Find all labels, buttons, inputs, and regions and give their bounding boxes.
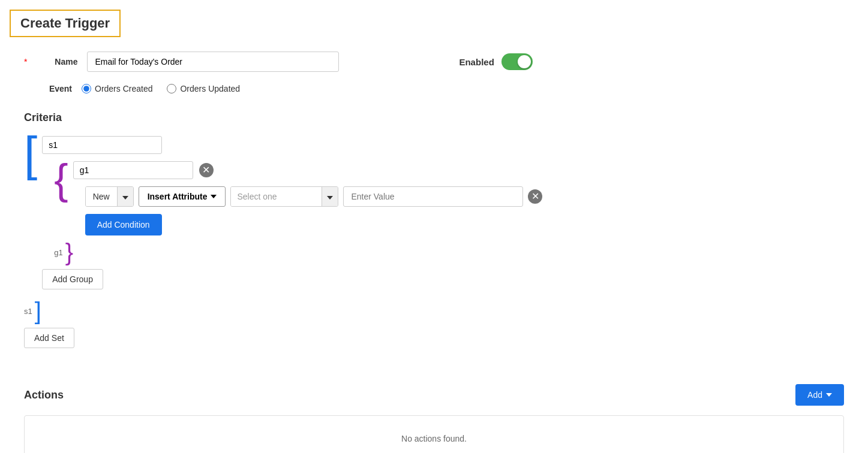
enter-value-input[interactable]	[343, 186, 523, 207]
add-condition-button[interactable]: Add Condition	[85, 214, 162, 235]
group-bracket-right: }	[65, 240, 73, 264]
add-set-button[interactable]: Add Set	[24, 328, 74, 348]
name-required-star: *	[24, 57, 27, 67]
condition-row: New Insert Attribute Select one	[85, 186, 844, 207]
group-name-input[interactable]	[73, 161, 193, 179]
chevron-down-icon	[826, 393, 832, 397]
add-action-label: Add	[807, 390, 822, 400]
add-group-button[interactable]: Add Group	[42, 269, 103, 289]
set-closing: s1 ]	[24, 299, 844, 323]
set-content: { ✕ New	[42, 136, 844, 299]
chevron-down-icon	[211, 195, 217, 198]
group-bracket-left: {	[54, 158, 68, 200]
set-bracket-right: ]	[35, 299, 41, 323]
set-name-input[interactable]	[42, 136, 162, 154]
select-one-text: Select one	[231, 187, 322, 206]
condition-close-button[interactable]: ✕	[528, 189, 542, 204]
condition-type-text: New	[86, 187, 117, 206]
radio-orders-created-input[interactable]	[82, 84, 91, 93]
insert-attribute-label: Insert Attribute	[148, 192, 208, 201]
insert-attribute-button[interactable]: Insert Attribute	[139, 186, 226, 207]
add-action-button[interactable]: Add	[795, 384, 844, 406]
radio-orders-created[interactable]: Orders Created	[82, 84, 152, 93]
event-label: Event	[24, 84, 72, 93]
group-content: ✕ New Insert Attribute	[73, 161, 844, 240]
set-close-label: s1	[24, 307, 32, 316]
name-input[interactable]	[87, 52, 339, 72]
no-actions-found: No actions found.	[24, 415, 844, 453]
chevron-down-icon	[327, 196, 333, 200]
criteria-section: Criteria [ { ✕ New	[24, 111, 844, 366]
enabled-toggle[interactable]	[501, 53, 533, 70]
select-one-wrapper[interactable]: Select one	[230, 186, 338, 207]
event-radio-group: Orders Created Orders Updated	[82, 84, 240, 93]
group-closing: g1 }	[54, 240, 844, 264]
condition-type-select[interactable]: New	[85, 186, 134, 207]
radio-orders-created-label: Orders Created	[95, 84, 152, 93]
radio-orders-updated[interactable]: Orders Updated	[167, 84, 240, 93]
radio-orders-updated-input[interactable]	[167, 84, 176, 93]
radio-orders-updated-label: Orders Updated	[180, 84, 240, 93]
name-label: Name	[29, 57, 77, 67]
group-container: { ✕ New	[54, 161, 844, 240]
set-bracket-left: [	[24, 130, 37, 178]
select-one-arrow-icon[interactable]	[322, 187, 338, 206]
actions-title: Actions	[24, 389, 64, 401]
group-close-label: g1	[54, 248, 62, 257]
actions-section: Actions Add No actions found.	[24, 384, 844, 453]
chevron-down-icon	[122, 196, 128, 200]
criteria-title: Criteria	[24, 111, 844, 124]
group-close-button[interactable]: ✕	[199, 163, 214, 177]
enabled-label: Enabled	[459, 57, 494, 67]
condition-type-arrow-icon[interactable]	[117, 187, 133, 206]
actions-header: Actions Add	[24, 384, 844, 406]
page-title: Create Trigger	[10, 10, 121, 37]
